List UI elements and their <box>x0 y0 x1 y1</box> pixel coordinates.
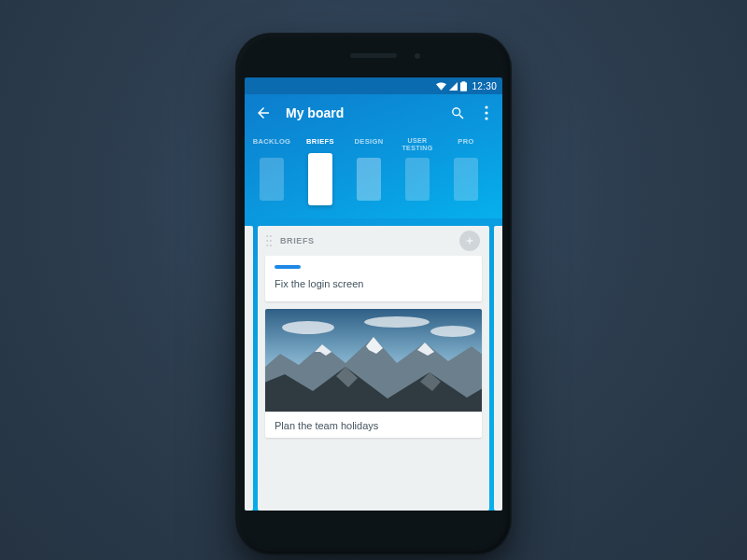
app-bar: My board <box>245 94 502 132</box>
card-list[interactable]: Fix the login screen <box>258 256 489 438</box>
svg-point-11 <box>364 316 430 328</box>
card-plan-holidays[interactable]: Plan the team holidays <box>265 309 482 438</box>
card-label <box>275 265 301 269</box>
column-header: BRIEFS <box>258 226 489 256</box>
svg-point-5 <box>266 240 268 242</box>
tab-user-testing[interactable]: USERTESTING <box>393 137 442 152</box>
sensor <box>415 53 420 59</box>
svg-point-12 <box>430 326 475 337</box>
prev-column-peek[interactable] <box>245 226 253 511</box>
current-column: BRIEFS Fix the login screen <box>258 226 489 511</box>
column-title: BRIEFS <box>280 236 315 245</box>
svg-point-7 <box>266 245 268 246</box>
tab-backlog[interactable]: BACKLOG <box>247 137 296 152</box>
card-title: Fix the login screen <box>275 278 472 290</box>
wifi-icon <box>436 82 446 91</box>
earpiece <box>350 53 397 58</box>
device-screen: 12:30 My board <box>245 77 502 511</box>
board-tabs: BACKLOG BRIEFS DESIGN USERTESTING PRO <box>245 132 502 152</box>
cell-signal-icon <box>449 82 458 91</box>
tab-pro[interactable]: PRO <box>442 137 490 152</box>
clock: 12:30 <box>472 81 497 91</box>
tab-design[interactable]: DESIGN <box>345 137 393 152</box>
svg-point-3 <box>266 235 268 237</box>
svg-point-0 <box>485 105 487 108</box>
thumb-user-testing[interactable] <box>405 158 430 201</box>
card-fix-login[interactable]: Fix the login screen <box>265 256 482 301</box>
board-columns-viewport[interactable]: BRIEFS Fix the login screen <box>245 218 502 511</box>
page-title: My board <box>286 105 344 120</box>
thumb-design[interactable] <box>357 158 381 201</box>
overflow-menu-icon[interactable] <box>480 104 493 122</box>
svg-point-6 <box>270 240 272 242</box>
thumb-pro[interactable] <box>454 158 478 201</box>
next-column-peek[interactable] <box>494 226 502 511</box>
add-card-button[interactable] <box>459 231 480 251</box>
drag-handle-icon[interactable] <box>265 234 273 247</box>
battery-icon <box>460 81 467 91</box>
svg-point-4 <box>270 235 272 237</box>
card-title: Plan the team holidays <box>275 420 472 432</box>
thumb-briefs[interactable] <box>308 153 332 205</box>
app-header-region: My board BACKLOG BRIEFS DESIGN USERTESTI… <box>245 94 502 218</box>
back-arrow-icon[interactable] <box>254 104 273 122</box>
svg-point-10 <box>282 321 334 334</box>
thumb-backlog[interactable] <box>260 158 284 201</box>
search-icon[interactable] <box>448 104 467 122</box>
column-thumbnails <box>245 152 502 218</box>
svg-point-1 <box>485 111 487 114</box>
android-status-bar: 12:30 <box>245 77 502 94</box>
card-cover-image <box>265 309 482 412</box>
svg-point-8 <box>270 245 272 246</box>
tab-briefs[interactable]: BRIEFS <box>296 137 345 152</box>
phone-frame: 12:30 My board <box>235 33 512 555</box>
svg-point-2 <box>485 117 487 119</box>
